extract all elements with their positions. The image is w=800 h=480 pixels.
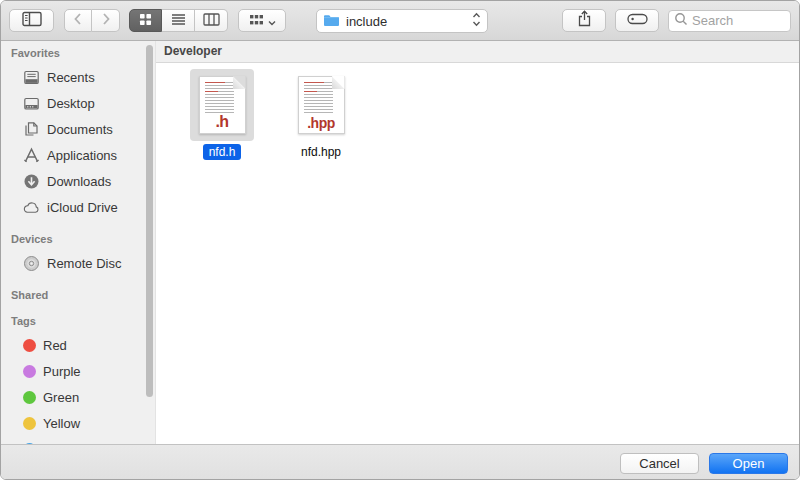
sidebar-item-applications[interactable]: Applications <box>1 142 155 168</box>
disc-icon <box>23 255 40 272</box>
desktop-icon <box>23 95 40 112</box>
sidebar-item-desktop[interactable]: Desktop <box>1 90 155 116</box>
applications-icon <box>23 147 40 164</box>
tag-color-dot <box>23 339 36 352</box>
file-name-label[interactable]: nfd.hpp <box>295 144 347 160</box>
grid-view-icon <box>139 12 152 30</box>
header-file-icon: .h <box>199 76 246 134</box>
file-icon-wrap: .hpp <box>289 69 353 141</box>
sidebar-item-label: Remote Disc <box>47 256 121 271</box>
sidebar-item-label: iCloud Drive <box>47 200 118 215</box>
dialog-footer: Cancel Open <box>1 444 799 480</box>
sidebar-item-remote-disc[interactable]: Remote Disc <box>1 250 155 276</box>
file-tile-nfd-h[interactable]: .h nfd.h <box>189 69 255 160</box>
sidebar-item-tag-green[interactable]: Green <box>1 384 155 410</box>
file-browser-pane: Developer .h nfd.h <box>156 41 799 444</box>
group-header: Developer <box>156 41 799 63</box>
sidebar-section-devices: Devices <box>11 233 155 246</box>
list-view-button[interactable] <box>162 9 195 32</box>
open-dialog-window: include <box>0 0 800 480</box>
folder-icon <box>323 13 340 30</box>
navigation-buttons <box>64 9 120 32</box>
sidebar-toggle-button[interactable] <box>9 9 54 32</box>
toolbar-right-cluster <box>562 9 791 32</box>
sidebar-item-tag-purple[interactable]: Purple <box>1 358 155 384</box>
sidebar-item-label: Yellow <box>43 416 80 431</box>
file-icon-selection-highlight: .h <box>190 69 254 141</box>
documents-icon <box>23 121 40 138</box>
sidebar-section-shared: Shared <box>11 289 155 302</box>
view-mode-switcher <box>129 9 228 32</box>
popup-updown-icon <box>472 12 481 30</box>
sidebar-item-icloud-drive[interactable]: iCloud Drive <box>1 194 155 220</box>
chevron-down-icon <box>268 12 276 30</box>
chevron-left-icon <box>73 12 83 30</box>
search-field[interactable] <box>668 10 791 32</box>
tag-color-dot <box>23 365 36 378</box>
sidebar-item-label: Green <box>43 390 79 405</box>
sidebar-item-documents[interactable]: Documents <box>1 116 155 142</box>
sidebar-item-label: Desktop <box>47 96 95 111</box>
arrange-button[interactable] <box>238 9 286 32</box>
icon-view-button[interactable] <box>129 9 162 32</box>
file-name-label[interactable]: nfd.h <box>203 144 242 160</box>
back-button[interactable] <box>64 9 92 32</box>
sidebar-item-label: Red <box>43 338 67 353</box>
search-input[interactable] <box>692 13 785 28</box>
share-icon <box>577 10 592 31</box>
sidebar-item-label: Purple <box>43 364 81 379</box>
dialog-body: Favorites Recents <box>1 41 799 444</box>
sidebar: Favorites Recents <box>1 41 156 444</box>
downloads-icon <box>23 173 40 190</box>
column-view-icon <box>203 12 220 30</box>
location-popup-value: include <box>346 14 387 29</box>
cancel-button[interactable]: Cancel <box>620 453 699 474</box>
location-popup[interactable]: include <box>316 9 488 33</box>
forward-button[interactable] <box>92 9 120 32</box>
file-extension-badge: .hpp <box>299 115 344 131</box>
sidebar-item-recents[interactable]: Recents <box>1 64 155 90</box>
header-file-icon: .hpp <box>298 76 345 134</box>
sidebar-item-label: Recents <box>47 70 95 85</box>
file-tile-nfd-hpp[interactable]: .hpp nfd.hpp <box>288 69 354 160</box>
sidebar-toggle-icon <box>22 11 42 31</box>
sidebar-section-favorites: Favorites <box>11 47 155 60</box>
tag-color-dot <box>23 443 36 445</box>
tags-toolbar-button[interactable] <box>615 9 659 32</box>
icloud-icon <box>23 199 40 216</box>
tag-color-dot <box>23 417 36 430</box>
group-view-icon <box>249 12 264 30</box>
search-icon <box>674 12 688 30</box>
chevron-right-icon <box>101 12 111 30</box>
sidebar-item-downloads[interactable]: Downloads <box>1 168 155 194</box>
toolbar: include <box>1 1 799 41</box>
sidebar-scrollbar-thumb[interactable] <box>146 45 153 397</box>
file-icon-text-lines <box>304 82 333 114</box>
list-view-icon <box>171 12 186 30</box>
tag-icon <box>627 12 648 30</box>
file-extension-badge: .h <box>200 113 245 131</box>
file-icon-text-lines <box>205 82 234 114</box>
open-button[interactable]: Open <box>709 453 788 474</box>
file-grid: .h nfd.h .hpp nfd.hpp <box>156 63 799 160</box>
sidebar-item-tag-partial[interactable] <box>1 436 155 444</box>
sidebar-item-tag-red[interactable]: Red <box>1 332 155 358</box>
recents-icon <box>23 69 40 86</box>
tag-color-dot <box>23 391 36 404</box>
sidebar-item-label: Documents <box>47 122 113 137</box>
column-view-button[interactable] <box>195 9 228 32</box>
sidebar-item-tag-yellow[interactable]: Yellow <box>1 410 155 436</box>
sidebar-item-label: Downloads <box>47 174 111 189</box>
share-button[interactable] <box>562 9 606 32</box>
sidebar-item-label: Applications <box>47 148 117 163</box>
sidebar-section-tags: Tags <box>11 315 155 328</box>
